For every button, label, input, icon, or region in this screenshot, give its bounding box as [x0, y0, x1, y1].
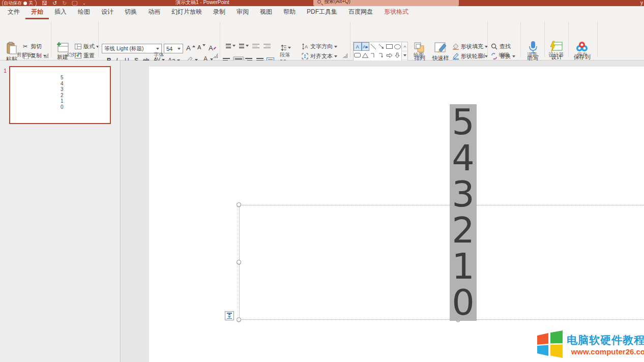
shape-rectangle-icon[interactable] — [386, 42, 394, 51]
autofit-options-button[interactable] — [225, 311, 234, 320]
slide-number: 1 — [4, 68, 7, 74]
clear-formatting-letter: A — [209, 44, 213, 52]
slide-thumbnail[interactable]: 5 4 3 2 1 0 — [9, 66, 111, 124]
shape-arrow-icon[interactable] — [377, 42, 386, 51]
shape-textbox-icon[interactable]: A — [354, 42, 362, 51]
line-spacing-icon — [279, 44, 286, 51]
tab-draw[interactable]: 绘图 — [72, 5, 96, 19]
drawing-group-label: 绘图 — [350, 51, 487, 58]
watermark-url: www.computer26.com — [571, 347, 644, 356]
cut-button[interactable]: ✂ 剪切 — [21, 43, 42, 50]
text-direction-icon: A — [301, 43, 309, 50]
numbering-dropdown-icon — [246, 45, 249, 47]
textbox-selection-border[interactable] — [239, 205, 644, 320]
text-direction-dropdown-icon — [334, 46, 337, 48]
handle-bottom-left[interactable] — [237, 317, 241, 322]
editing-group-label: 编辑 — [487, 51, 520, 58]
layout-icon — [74, 43, 82, 50]
tab-shape-format[interactable]: 形状格式 — [378, 5, 414, 19]
tab-home[interactable]: 开始 — [25, 5, 49, 19]
font-size-dropdown-icon — [178, 48, 181, 50]
handle-top-left[interactable] — [237, 202, 241, 207]
text-direction-button[interactable]: A 文字方向 — [301, 43, 337, 50]
line-spacing-dropdown-icon — [288, 47, 291, 49]
thumbnail-digits: 5 4 3 2 1 0 — [61, 75, 64, 110]
gallery-scroll-up-icon[interactable] — [402, 42, 407, 51]
drawing-dialog-launcher[interactable] — [480, 53, 485, 58]
vertical-textbox-glyph: A — [363, 44, 366, 49]
tab-design[interactable]: 设计 — [96, 5, 119, 19]
designer-group-label: 设计器 — [544, 51, 568, 58]
find-button[interactable]: 查找 — [490, 43, 511, 50]
paragraph-dialog-launcher[interactable] — [343, 53, 347, 58]
svg-text:A: A — [305, 44, 308, 49]
increase-indent-button[interactable] — [264, 44, 271, 48]
slides-group-label: 幻灯片 — [51, 51, 98, 58]
user-account-label[interactable]: y — [640, 0, 643, 6]
decrease-indent-button[interactable] — [252, 44, 259, 48]
digit[interactable]: 3 — [450, 176, 477, 213]
find-icon — [490, 43, 498, 50]
tab-help[interactable]: 帮助 — [278, 5, 301, 19]
ribbon: 粘贴 ✂ 剪切 复制 格式刷 剪贴板 新建 幻灯片 版式 重置 节 幻灯片 等线 — [0, 19, 644, 61]
digit[interactable]: 2 — [450, 213, 477, 249]
decrease-font-button[interactable]: A — [197, 44, 206, 50]
layout-label: 版式 — [83, 43, 95, 50]
digit[interactable]: 0 — [450, 285, 477, 321]
shape-fill-label: 形状填充 — [461, 43, 483, 50]
shape-line-icon[interactable] — [369, 42, 377, 51]
tab-record[interactable]: 录制 — [208, 5, 231, 19]
search-placeholder: 搜索(Alt+Q) — [324, 0, 350, 5]
bullets-dropdown-icon — [232, 45, 236, 47]
slide-thumbnail-panel[interactable]: 1 5 4 3 2 1 0 — [0, 61, 121, 362]
decrease-font-arrow-icon — [202, 44, 206, 46]
line-spacing-button[interactable] — [279, 44, 291, 51]
tab-slideshow[interactable]: 幻灯片放映 — [166, 5, 208, 19]
numbering-button[interactable] — [237, 44, 249, 48]
digit[interactable]: 5 — [450, 104, 477, 140]
tab-view[interactable]: 视图 — [254, 5, 278, 19]
windows-flag-logo-icon — [537, 330, 563, 358]
increase-font-letter: A — [186, 44, 191, 52]
font-group-label: 字体 — [98, 51, 220, 58]
tab-insert[interactable]: 插入 — [49, 5, 72, 19]
find-label: 查找 — [500, 43, 511, 50]
layout-button[interactable]: 版式 — [74, 43, 99, 50]
selected-text-numbers[interactable]: 5 4 3 2 1 0 — [450, 104, 477, 321]
tab-baidu-pan[interactable]: 百度网盘 — [343, 5, 378, 19]
clipboard-dialog-launcher[interactable] — [44, 53, 48, 58]
shape-fill-button[interactable]: 形状填充 — [452, 43, 488, 50]
autofit-icon — [227, 313, 232, 319]
bullets-icon — [224, 44, 231, 48]
shape-vertical-textbox-icon[interactable]: A▸ — [362, 42, 370, 51]
increase-font-arrow-icon — [192, 45, 195, 47]
tab-pdf-tools[interactable]: PDF工具集 — [301, 5, 343, 19]
font-size-value: 54 — [166, 46, 172, 52]
decrease-indent-icon — [252, 44, 259, 48]
handle-middle-left[interactable] — [237, 260, 241, 264]
clear-formatting-slash-icon — [213, 47, 216, 49]
tab-review[interactable]: 审阅 — [231, 5, 254, 19]
increase-font-button[interactable]: A — [186, 44, 195, 52]
tab-transitions[interactable]: 切换 — [119, 5, 142, 19]
bullets-button[interactable] — [224, 44, 236, 48]
voice-group-label: 语音 — [520, 51, 544, 58]
paragraph-group-label: 段落 — [220, 51, 350, 58]
watermark: 电脑软硬件教程网 www.computer26.com — [537, 330, 644, 358]
watermark-site-name: 电脑软硬件教程网 — [567, 333, 644, 347]
shape-oval-icon[interactable] — [393, 42, 401, 51]
search-icon — [317, 0, 321, 4]
tab-animations[interactable]: 动画 — [142, 5, 166, 19]
font-name-dropdown-icon — [156, 48, 159, 50]
tab-file[interactable]: 文件 — [2, 5, 25, 19]
clear-formatting-button[interactable]: A — [209, 44, 216, 52]
layout-dropdown-icon — [96, 46, 99, 48]
digit[interactable]: 4 — [450, 140, 477, 176]
decrease-font-letter: A — [197, 44, 201, 50]
font-dialog-launcher[interactable] — [213, 53, 218, 58]
save-group-label: 保存 — [568, 51, 596, 58]
cut-icon: ✂ — [21, 43, 29, 50]
digit[interactable]: 1 — [450, 249, 477, 285]
textbox-glyph: A — [356, 44, 359, 49]
numbering-icon — [237, 44, 244, 48]
